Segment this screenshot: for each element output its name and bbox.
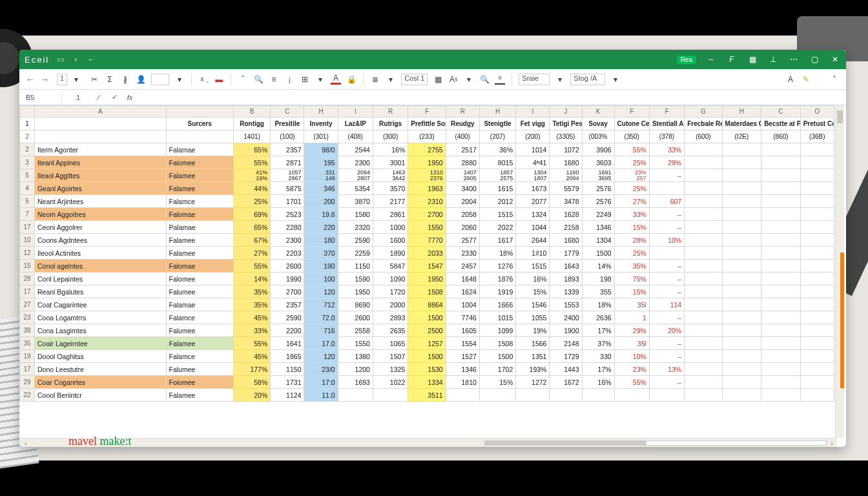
table-row[interactable]: 2Iterm AgonterFalamae65%235798/0254416%2…: [20, 143, 834, 156]
header-cell[interactable]: (378): [649, 130, 684, 143]
cell[interactable]: [373, 389, 408, 402]
titlebar-italic-icon[interactable]: F: [726, 54, 738, 65]
header-cell[interactable]: Laz&IP: [338, 118, 373, 130]
cell[interactable]: 1508: [408, 285, 446, 298]
row-header[interactable]: 29: [20, 376, 35, 389]
cell[interactable]: [722, 234, 761, 247]
cell[interactable]: 2576: [582, 195, 614, 208]
cell[interactable]: 190: [304, 260, 338, 273]
cell[interactable]: [800, 182, 834, 195]
cell[interactable]: 1099: [479, 324, 515, 337]
cell[interactable]: 2700: [408, 208, 446, 221]
cell[interactable]: 2644: [516, 234, 550, 247]
cell[interactable]: 1950: [408, 273, 446, 285]
cell[interactable]: 2280: [271, 221, 304, 234]
cell[interactable]: [685, 156, 722, 169]
scale-combo[interactable]: Sraie: [519, 74, 550, 85]
table-row[interactable]: 19Doool OaghitssFalamce45%18651201380150…: [20, 350, 834, 363]
borders-icon[interactable]: ⊞: [300, 74, 310, 85]
cell[interactable]: Falamee: [166, 337, 233, 350]
column-header[interactable]: C: [761, 106, 801, 118]
cell[interactable]: [800, 273, 834, 285]
cell[interactable]: 17%: [582, 363, 614, 376]
cell[interactable]: 2203: [271, 247, 304, 260]
header-cell[interactable]: (400): [446, 130, 479, 143]
cell[interactable]: 1547: [408, 260, 446, 273]
cell[interactable]: –: [649, 376, 684, 389]
cell[interactable]: 114: [649, 298, 684, 311]
cell[interactable]: 1693: [338, 376, 373, 389]
header-cell[interactable]: [34, 118, 166, 130]
cell[interactable]: 1507: [373, 350, 408, 363]
header-cell[interactable]: (300): [373, 130, 408, 143]
cell[interactable]: 1443: [550, 363, 582, 376]
header-cell[interactable]: Tetigi Pesfittes: [550, 118, 582, 130]
cell[interactable]: 220: [304, 221, 338, 234]
cell[interactable]: 2861: [373, 208, 408, 221]
cell[interactable]: [722, 221, 761, 234]
cell[interactable]: [722, 143, 761, 156]
cell[interactable]: 1346: [446, 363, 479, 376]
cell[interactable]: 2148: [550, 337, 582, 350]
cell[interactable]: 1550: [408, 221, 446, 234]
cell[interactable]: 16%: [373, 143, 408, 156]
cell[interactable]: [685, 285, 722, 298]
spreadsheet[interactable]: ABCHIRFRHIJKFFGHCO 1SurcersRontiggPresit…: [19, 105, 834, 402]
blank-combo[interactable]: [151, 74, 169, 85]
cell[interactable]: 1680: [550, 234, 582, 247]
cell[interactable]: 193%: [516, 363, 550, 376]
cell[interactable]: [800, 195, 834, 208]
cell[interactable]: 1605: [446, 324, 479, 337]
cell[interactable]: 1701: [271, 195, 304, 208]
column-header[interactable]: I: [338, 106, 373, 118]
cell[interactable]: Falumee: [166, 285, 233, 298]
cell[interactable]: [800, 311, 834, 324]
cell[interactable]: [685, 234, 722, 247]
cell[interactable]: 27%: [233, 247, 270, 260]
header-cell[interactable]: Inventy: [304, 118, 338, 130]
cell[interactable]: 1500: [408, 311, 446, 324]
cell[interactable]: 1865: [271, 350, 304, 363]
cell[interactable]: 1500: [408, 350, 446, 363]
cell[interactable]: 1014: [516, 143, 550, 156]
cell[interactable]: 331149: [304, 169, 338, 182]
cell[interactable]: [800, 350, 834, 363]
column-header[interactable]: F: [614, 106, 649, 118]
table-row[interactable]: 10Coons AgdnteesFalamee67%23001802590160…: [20, 234, 834, 247]
header-cell[interactable]: (408): [338, 130, 373, 143]
cell[interactable]: [761, 221, 801, 234]
cell[interactable]: 2004: [446, 195, 479, 208]
cell[interactable]: Iteanl Appines: [34, 156, 166, 169]
cell[interactable]: [800, 285, 834, 298]
maximize-button[interactable]: ▢: [809, 54, 820, 65]
cell[interactable]: 1615: [479, 182, 515, 195]
vertical-scrollbar[interactable]: [835, 105, 844, 438]
cell[interactable]: 65%: [233, 221, 270, 234]
cell[interactable]: 195: [304, 156, 338, 169]
column-header[interactable]: C: [271, 106, 304, 118]
cell[interactable]: [685, 221, 722, 234]
cell[interactable]: 198: [582, 273, 614, 285]
cell[interactable]: Falumee: [166, 324, 233, 337]
header-cell[interactable]: Becstte at Prennient: [761, 118, 801, 130]
cell[interactable]: 15%: [614, 285, 649, 298]
cell[interactable]: 1150: [271, 363, 304, 376]
cell[interactable]: –: [649, 285, 684, 298]
cell[interactable]: 1729: [550, 350, 582, 363]
header-cell[interactable]: (36B): [800, 130, 834, 143]
cell[interactable]: 1673: [516, 182, 550, 195]
cell[interactable]: [800, 143, 834, 156]
header-cell[interactable]: Frecbale Resitons: [685, 118, 722, 130]
cell[interactable]: [685, 337, 722, 350]
cell[interactable]: 1000: [373, 221, 408, 234]
cell[interactable]: Coat Cagarintee: [34, 298, 166, 311]
cell[interactable]: 17.0: [304, 337, 338, 350]
table-row[interactable]: 29Coar CoganrtesFoiomee58%173117:0169310…: [20, 376, 834, 389]
cell[interactable]: Coons Agdntees: [34, 234, 166, 247]
cell[interactable]: [800, 208, 834, 221]
cell[interactable]: [722, 260, 761, 273]
sheet-tab-scroll-right[interactable]: ›: [827, 439, 837, 447]
cell[interactable]: 55%: [614, 376, 649, 389]
cell[interactable]: [722, 156, 761, 169]
row-header[interactable]: 5: [20, 195, 35, 208]
